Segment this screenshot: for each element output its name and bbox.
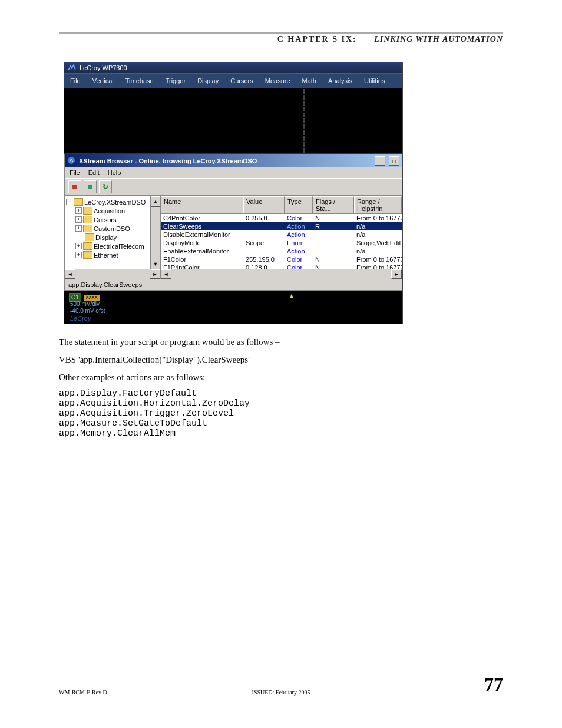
scroll-left-icon[interactable]: ◄ (161, 269, 171, 279)
grid-row[interactable]: DisplayModeScopeEnumScope,WebEdit (161, 239, 402, 247)
grid-pane[interactable]: Name Value Type Flags / Sta... Range / H… (161, 196, 402, 279)
page-number: 77 (484, 674, 503, 696)
lecroy-watermark: LeCroy (70, 315, 105, 322)
tree-item-cursors[interactable]: +Cursors (66, 215, 160, 224)
lower-panel: ▲ C18888 500 mV/div -40.0 mV ofst LeCroy (64, 291, 402, 324)
app-window: LeCroy WP7300 FileVerticalTimebaseTrigge… (64, 62, 403, 324)
svg-rect-2 (88, 185, 92, 189)
svg-point-0 (68, 157, 75, 164)
footer-mid: ISSUED: February 2005 (252, 689, 310, 696)
channel-vdiv: 500 mV/div (70, 301, 105, 308)
chapter-label: C HAPTER S IX: (277, 35, 357, 44)
channel-badge: 8888 (84, 295, 100, 301)
grid-row[interactable]: F1Color255,195,0ColorNFrom 0 to 16777… (161, 255, 402, 263)
folder-icon (83, 207, 92, 215)
svg-rect-1 (72, 185, 77, 189)
scroll-right-icon[interactable]: ► (150, 269, 160, 279)
tree-item-label: ElectricalTelecom (94, 243, 144, 250)
expand-icon[interactable]: + (75, 243, 82, 249)
browser-titlebar: XStream Browser - Online, browsing LeCro… (65, 154, 402, 167)
expand-icon[interactable]: + (75, 207, 82, 214)
maximize-button[interactable]: □ (389, 156, 399, 166)
header-title: LINKING WITH AUTOMATION (374, 35, 503, 44)
app-menu-measure[interactable]: Measure (259, 74, 296, 88)
tree-item-customdso[interactable]: +CustomDSO (66, 224, 160, 233)
xstream-icon (67, 156, 75, 166)
folder-icon (83, 251, 92, 259)
body-text-2: VBS 'app.InternalCollection("Display").C… (59, 354, 503, 367)
tree-item-label: Cursors (94, 216, 117, 223)
statusbar: app.Display.ClearSweeps (65, 279, 402, 290)
folder-icon (83, 242, 92, 250)
grid-row[interactable]: EnableExternalMonitorActionn/a (161, 247, 402, 255)
scroll-right-icon[interactable]: ► (391, 269, 402, 279)
disconnect-icon[interactable] (84, 180, 97, 193)
app-titlebar: LeCroy WP7300 (64, 62, 402, 73)
col-value[interactable]: Value (243, 196, 285, 213)
footer-left: WM-RCM-E Rev D (59, 689, 107, 696)
folder-icon (83, 225, 92, 232)
lecroy-logo-icon (68, 64, 76, 71)
scroll-left-icon[interactable]: ◄ (65, 269, 75, 279)
grid-row[interactable]: C4PrintColor0,255,0ColorNFrom 0 to 16777… (161, 214, 402, 222)
grid-row[interactable]: DisableExternalMonitorActionn/a (161, 230, 402, 239)
code-block: app.Display.FactoryDefault app.Acquisiti… (59, 388, 503, 439)
col-flags[interactable]: Flags / Sta... (313, 196, 354, 213)
browser-menubar: FileEditHelp (65, 167, 402, 178)
browser-window: XStream Browser - Online, browsing LeCro… (64, 154, 402, 291)
folder-icon (74, 198, 83, 206)
grid-row[interactable]: ClearSweepsActionRn/a (161, 222, 402, 230)
connect-icon[interactable] (68, 180, 81, 193)
col-name[interactable]: Name (161, 196, 243, 213)
channel-offset: -40.0 mV ofst (70, 308, 105, 315)
scroll-down-icon[interactable]: ▼ (151, 259, 160, 269)
tree-item-label: CustomDSO (94, 225, 130, 232)
app-menu-display[interactable]: Display (191, 74, 224, 88)
folder-icon (85, 233, 94, 241)
channel-box[interactable]: C18888 500 mV/div -40.0 mV ofst LeCroy (69, 294, 105, 322)
footer: WM-RCM-E Rev D ISSUED: February 2005 77 (59, 674, 503, 696)
app-menu-analysis[interactable]: Analysis (322, 74, 358, 88)
page-header: C HAPTER S IX: LINKING WITH AUTOMATION (59, 32, 503, 44)
tree-root[interactable]: LeCroy.XStreamDSO (84, 199, 146, 206)
app-menu-timebase[interactable]: Timebase (120, 74, 160, 88)
browser-menu-edit[interactable]: Edit (88, 169, 100, 176)
expand-icon[interactable]: + (75, 225, 82, 232)
tree-item-display[interactable]: Display (66, 233, 160, 242)
minimize-button[interactable]: _ (375, 156, 385, 166)
expand-icon[interactable]: + (75, 252, 82, 258)
plot-area (64, 88, 402, 154)
refresh-icon[interactable]: ↻ (99, 180, 112, 193)
col-range[interactable]: Range / Helpstrin (354, 196, 402, 213)
browser-title: XStream Browser - Online, browsing LeCro… (79, 157, 257, 164)
body-text-1: The statement in your script or program … (59, 336, 503, 349)
app-menu-cursors[interactable]: Cursors (224, 74, 259, 88)
tree-hscrollbar[interactable]: ◄ ► (65, 269, 160, 279)
grid-hscrollbar[interactable]: ◄ ► (161, 269, 402, 279)
body-text-3: Other examples of actions are as follows… (59, 371, 503, 384)
tree-vscrollbar[interactable]: ▲ ▼ (150, 196, 160, 269)
folder-icon (83, 216, 92, 223)
expand-icon[interactable]: + (75, 216, 82, 223)
scroll-up-icon[interactable]: ▲ (151, 196, 160, 207)
browser-menu-file[interactable]: File (70, 169, 80, 176)
col-type[interactable]: Type (285, 196, 313, 213)
tree-item-label: Display (95, 234, 117, 241)
tree-item-electricaltelecom[interactable]: +ElectricalTelecom (66, 242, 160, 251)
app-menu-file[interactable]: File (64, 74, 87, 88)
tree-item-label: Acquisition (94, 207, 125, 215)
browser-menu-help[interactable]: Help (108, 169, 121, 176)
app-menu-vertical[interactable]: Vertical (87, 74, 120, 88)
app-title: LeCroy WP7300 (80, 64, 127, 71)
marker-icon: ▲ (288, 292, 295, 300)
app-menubar: FileVerticalTimebaseTriggerDisplayCursor… (64, 73, 402, 88)
tree-item-ethernet[interactable]: +Ethernet (66, 251, 160, 259)
tree-item-acquisition[interactable]: +Acquisition (66, 206, 160, 215)
tree-pane[interactable]: − LeCroy.XStreamDSO +Acquisition+Cursors… (65, 196, 161, 279)
app-menu-utilities[interactable]: Utilities (358, 74, 391, 88)
app-menu-math[interactable]: Math (296, 74, 322, 88)
collapse-icon[interactable]: − (66, 199, 72, 205)
screenshot: LeCroy WP7300 FileVerticalTimebaseTrigge… (64, 62, 403, 324)
app-menu-trigger[interactable]: Trigger (160, 74, 191, 88)
grid-header: Name Value Type Flags / Sta... Range / H… (161, 196, 402, 214)
